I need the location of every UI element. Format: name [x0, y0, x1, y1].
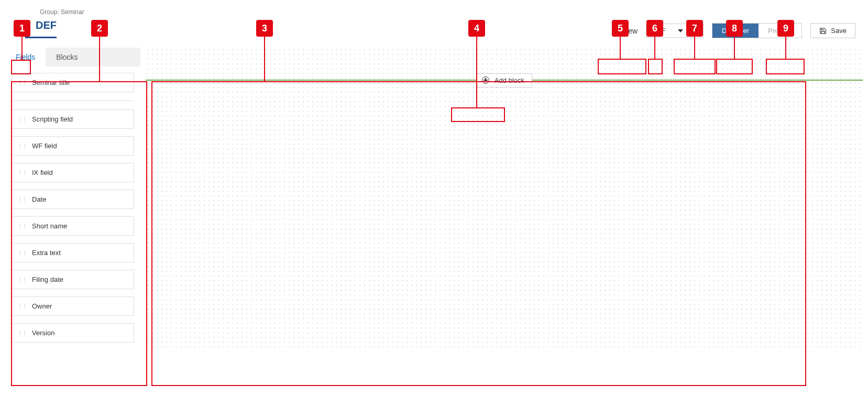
group-label: Group: Seminar [40, 8, 84, 16]
title-underline [25, 37, 57, 38]
fields-list: ⋮⋮ Seminar title ⋮⋮ Scripting field ⋮⋮ W… [5, 67, 140, 349]
field-label: IX field [32, 169, 53, 177]
annotation-marker-2: 2 [91, 20, 108, 37]
field-label: Seminar title [32, 79, 70, 86]
save-button[interactable]: Save [810, 23, 855, 38]
field-item[interactable]: ⋮⋮ Owner [12, 296, 134, 316]
field-label: Version [32, 329, 54, 337]
field-item[interactable]: ⋮⋮ IX field [12, 163, 134, 182]
field-item[interactable]: ⋮⋮ Short name [12, 216, 134, 236]
annotation-marker-3: 3 [256, 20, 273, 37]
drag-handle-icon: ⋮⋮ [17, 170, 27, 175]
field-item[interactable]: ⋮⋮ Version [12, 323, 134, 343]
save-icon [819, 27, 827, 35]
field-label: Date [32, 195, 46, 203]
annotation-marker-1: 1 [14, 20, 30, 37]
field-divider [12, 101, 134, 101]
save-label: Save [831, 27, 847, 35]
annotation-marker-9: 9 [777, 20, 794, 37]
field-label: Short name [32, 222, 67, 230]
field-item[interactable]: ⋮⋮ WF field [12, 136, 134, 156]
field-item[interactable]: ⋮⋮ Filing date [12, 270, 134, 289]
plus-circle-icon [482, 76, 489, 84]
annotation-line [476, 37, 477, 107]
drag-handle-icon: ⋮⋮ [17, 116, 27, 122]
field-label: Extra text [32, 249, 61, 257]
insert-line [532, 80, 863, 81]
field-label: WF field [32, 142, 57, 150]
annotation-line [734, 37, 735, 59]
annotation-line [264, 37, 265, 81]
annotation-marker-6: 6 [646, 20, 663, 37]
field-item[interactable]: ⋮⋮ Extra text [12, 243, 134, 262]
drag-handle-icon: ⋮⋮ [17, 223, 27, 229]
annotation-line [99, 37, 100, 81]
add-block-label: Add block [495, 76, 524, 84]
drag-handle-icon: ⋮⋮ [17, 143, 27, 149]
drag-handle-icon: ⋮⋮ [17, 250, 27, 256]
add-block-row: Add block [146, 74, 863, 86]
annotation-line [694, 37, 695, 59]
page-title: DEF [36, 19, 57, 31]
field-item[interactable]: ⋮⋮ Date [12, 190, 134, 209]
annotation-marker-7: 7 [686, 20, 703, 37]
drag-handle-icon: ⋮⋮ [17, 303, 27, 309]
drag-handle-icon: ⋮⋮ [17, 80, 27, 85]
annotation-marker-4: 4 [468, 20, 485, 37]
annotation-line [620, 37, 621, 59]
drag-handle-icon: ⋮⋮ [17, 196, 27, 202]
annotation-marker-5: 5 [612, 20, 629, 37]
annotation-line [21, 37, 23, 60]
insert-line [146, 80, 476, 81]
field-item[interactable]: ⋮⋮ Seminar title [12, 73, 134, 92]
field-item[interactable]: ⋮⋮ Scripting field [12, 109, 134, 129]
drag-handle-icon: ⋮⋮ [17, 330, 27, 336]
tab-fields[interactable]: Fields [5, 48, 46, 67]
main-content: Fields Blocks ⋮⋮ Seminar title ⋮⋮ Script… [0, 48, 868, 349]
field-label: Filing date [32, 276, 63, 283]
designer-canvas[interactable]: Add block [146, 48, 863, 349]
sidebar: Fields Blocks ⋮⋮ Seminar title ⋮⋮ Script… [5, 48, 140, 349]
sidebar-tabs: Fields Blocks [5, 48, 140, 67]
field-label: Owner [32, 302, 52, 310]
tab-blocks[interactable]: Blocks [46, 48, 88, 67]
drag-handle-icon: ⋮⋮ [17, 277, 27, 282]
field-label: Scripting field [32, 115, 73, 123]
annotation-marker-8: 8 [726, 20, 743, 37]
add-block-button[interactable]: Add block [476, 73, 532, 87]
annotation-line [654, 37, 655, 59]
annotation-line [785, 37, 786, 59]
